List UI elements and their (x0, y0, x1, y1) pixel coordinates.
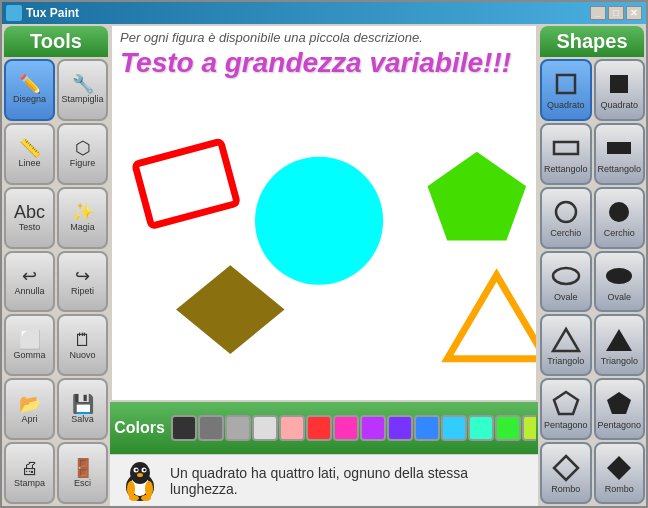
shape-svg-2 (551, 133, 581, 163)
shape-description: Un quadrato ha quattro lati, ognuno dell… (170, 465, 530, 497)
tool-btn-magia[interactable]: ✨Magia (57, 187, 108, 249)
canvas-info-text: Per ogni figura è disponibile una piccol… (112, 26, 536, 45)
shape-btn-0[interactable]: Quadrato (540, 59, 592, 121)
shape-btn-7[interactable]: Ovale (594, 251, 646, 313)
tool-label-0: Disegna (13, 94, 46, 104)
color-swatch-13[interactable] (522, 415, 536, 441)
shape-btn-6[interactable]: Ovale (540, 251, 592, 313)
shape-btn-2[interactable]: Rettangolo (540, 123, 592, 185)
shape-svg-12 (551, 453, 581, 483)
shape-btn-5[interactable]: Cerchio (594, 187, 646, 249)
color-swatches: 🪣 (171, 415, 536, 441)
svg-point-24 (609, 202, 629, 222)
color-swatch-8[interactable] (387, 415, 413, 441)
color-swatch-12[interactable] (495, 415, 521, 441)
svg-point-14 (137, 473, 143, 477)
svg-marker-3 (176, 265, 284, 354)
shape-svg-1 (604, 69, 634, 99)
svg-rect-0 (135, 141, 237, 226)
tool-btn-salva[interactable]: 💾Salva (57, 378, 108, 440)
color-swatch-2[interactable] (225, 415, 251, 441)
color-swatch-1[interactable] (198, 415, 224, 441)
drawing-canvas[interactable] (112, 81, 536, 400)
shape-btn-3[interactable]: Rettangolo (594, 123, 646, 185)
close-button[interactable]: ✕ (626, 6, 642, 20)
color-swatch-10[interactable] (441, 415, 467, 441)
tool-btn-stampa[interactable]: 🖨Stampa (4, 442, 55, 504)
tool-btn-apri[interactable]: 📂Apri (4, 378, 55, 440)
svg-rect-21 (554, 142, 578, 154)
shape-btn-13[interactable]: Rombo (594, 442, 646, 504)
svg-marker-32 (607, 456, 631, 480)
shape-btn-10[interactable]: Pentagono (540, 378, 592, 440)
shape-label-0: Quadrato (547, 100, 585, 110)
shape-btn-1[interactable]: Quadrato (594, 59, 646, 121)
svg-marker-29 (554, 392, 578, 414)
shape-label-12: Rombo (551, 484, 580, 494)
shape-svg-7 (604, 261, 634, 291)
svg-marker-30 (607, 392, 631, 414)
shape-btn-12[interactable]: Rombo (540, 442, 592, 504)
tool-label-11: Salva (71, 414, 94, 424)
color-swatch-6[interactable] (333, 415, 359, 441)
color-swatch-4[interactable] (279, 415, 305, 441)
svg-point-17 (129, 495, 139, 501)
tool-btn-stampiglia[interactable]: 🔧Stampiglia (57, 59, 108, 121)
shape-btn-4[interactable]: Cerchio (540, 187, 592, 249)
tool-icon-9: 🗒 (74, 331, 92, 349)
tools-header: Tools (4, 26, 108, 57)
shape-svg-10 (551, 389, 581, 419)
shape-svg-13 (604, 453, 634, 483)
tool-btn-nuovo[interactable]: 🗒Nuovo (57, 314, 108, 376)
shape-svg-4 (551, 197, 581, 227)
shape-label-5: Cerchio (604, 228, 635, 238)
color-swatch-5[interactable] (306, 415, 332, 441)
tool-btn-gomma[interactable]: ⬜Gomma (4, 314, 55, 376)
color-swatch-0[interactable] (171, 415, 197, 441)
tool-btn-ripeti[interactable]: ↪Ripeti (57, 251, 108, 313)
shape-label-6: Ovale (554, 292, 578, 302)
svg-marker-31 (554, 456, 578, 480)
tool-label-5: Magia (70, 222, 95, 232)
minimize-button[interactable]: _ (590, 6, 606, 20)
tool-btn-testo[interactable]: AbcTesto (4, 187, 55, 249)
maximize-button[interactable]: □ (608, 6, 624, 20)
tool-btn-linee[interactable]: 📏Linee (4, 123, 55, 185)
color-swatch-7[interactable] (360, 415, 386, 441)
tool-btn-esci[interactable]: 🚪Esci (57, 442, 108, 504)
shape-svg-9 (604, 325, 634, 355)
color-swatch-3[interactable] (252, 415, 278, 441)
color-swatch-9[interactable] (414, 415, 440, 441)
svg-point-13 (143, 468, 145, 470)
tool-label-1: Stampiglia (61, 94, 103, 104)
shape-label-3: Rettangolo (598, 164, 642, 174)
canvas-area: Per ogni figura è disponibile una piccol… (112, 26, 536, 400)
shape-btn-8[interactable]: Triangolo (540, 314, 592, 376)
shapes-header: Shapes (540, 26, 644, 57)
app-icon (6, 5, 22, 21)
canvas-drawing[interactable] (112, 81, 536, 400)
tool-icon-13: 🚪 (72, 459, 94, 477)
shape-label-4: Cerchio (550, 228, 581, 238)
shape-label-2: Rettangolo (544, 164, 588, 174)
tool-btn-figure[interactable]: ⬡Figure (57, 123, 108, 185)
shape-label-11: Pentagono (598, 420, 642, 430)
colors-panel: Colors 🪣 (110, 402, 538, 454)
window-controls: _ □ ✕ (590, 6, 642, 20)
svg-point-23 (556, 202, 576, 222)
shape-svg-11 (604, 389, 634, 419)
svg-point-25 (553, 268, 579, 284)
tool-label-10: Apri (21, 414, 37, 424)
svg-point-15 (127, 481, 135, 497)
tools-grid: ✏️Disegna🔧Stampiglia📏Linee⬡FigureAbcTest… (2, 57, 110, 506)
tool-icon-4: Abc (14, 203, 45, 221)
shape-btn-11[interactable]: Pentagono (594, 378, 646, 440)
color-swatch-11[interactable] (468, 415, 494, 441)
tool-btn-disegna[interactable]: ✏️Disegna (4, 59, 55, 121)
tool-label-7: Ripeti (71, 286, 94, 296)
shapes-grid: QuadratoQuadratoRettangoloRettangoloCerc… (538, 57, 646, 506)
shape-btn-9[interactable]: Triangolo (594, 314, 646, 376)
window-title: Tux Paint (26, 6, 590, 20)
tool-btn-annulla[interactable]: ↩Annulla (4, 251, 55, 313)
shape-label-1: Quadrato (601, 100, 639, 110)
